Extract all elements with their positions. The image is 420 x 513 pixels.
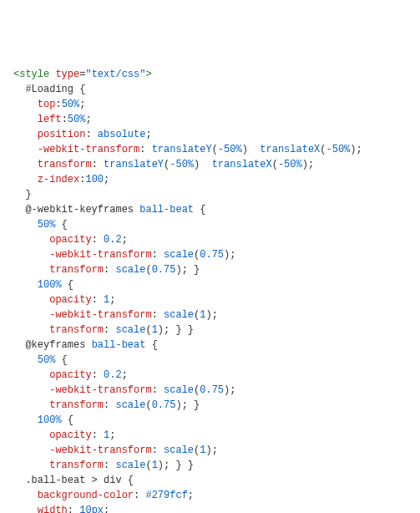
code-line: transform: scale(1); } } xyxy=(13,458,407,473)
token-val: translateX xyxy=(260,144,320,155)
token-punct: ); xyxy=(224,384,235,396)
token-punct xyxy=(13,159,38,170)
code-line: -webkit-transform: scale(0.75); xyxy=(13,383,407,398)
token-punct: ; xyxy=(79,99,85,110)
token-punct: ); xyxy=(302,159,314,170)
token-prop: transform xyxy=(49,399,104,411)
token-punct: ( xyxy=(145,324,151,336)
token-val: 50% xyxy=(68,114,86,125)
code-line: #Loading { xyxy=(13,82,407,97)
token-punct xyxy=(13,384,49,396)
code-line: 50% { xyxy=(13,353,407,368)
token-punct: ( xyxy=(212,144,218,155)
token-prop: width xyxy=(38,505,68,513)
code-line: .ball-beat > div { xyxy=(13,473,407,488)
code-block: <style type="text/css"> #Loading { top:5… xyxy=(13,67,407,513)
token-prop: position xyxy=(38,129,86,140)
token-punct: : xyxy=(104,264,115,276)
token-punct: ); } xyxy=(175,399,200,411)
token-punct: ; xyxy=(109,429,115,441)
token-num: 1 xyxy=(152,324,158,336)
token-punct xyxy=(85,339,91,351)
token-punct xyxy=(13,174,38,185)
token-punct: ) xyxy=(242,144,261,155)
token-punct: : xyxy=(92,234,104,246)
token-punct: ; xyxy=(109,294,115,306)
token-punct xyxy=(13,399,49,411)
token-punct: : xyxy=(104,324,115,336)
token-prop: -webkit-transform xyxy=(49,384,151,396)
token-val: ball-beat xyxy=(92,339,146,351)
code-line: left:50%; xyxy=(13,112,407,127)
token-punct: ; xyxy=(122,369,128,381)
token-pct: 50% xyxy=(38,219,56,231)
code-line: z-index:100; xyxy=(13,172,407,187)
token-punct xyxy=(13,249,49,261)
token-val: ball-beat xyxy=(139,204,194,216)
token-punct: { xyxy=(62,279,73,291)
token-val: absolute xyxy=(98,129,146,140)
token-punct: ); xyxy=(350,144,362,155)
token-prop: -webkit-transform xyxy=(49,444,151,456)
token-val: 10px xyxy=(79,505,104,513)
token-num: -50% xyxy=(218,144,242,155)
code-line: transform: scale(1); } } xyxy=(13,323,407,338)
token-punct xyxy=(13,369,49,381)
token-punct xyxy=(13,490,38,501)
token-punct: : xyxy=(152,309,164,321)
token-prop: transform xyxy=(38,159,92,170)
token-punct: { xyxy=(194,204,205,216)
token-punct: : xyxy=(152,249,164,261)
token-punct xyxy=(13,234,49,246)
token-punct: : xyxy=(152,384,164,396)
token-val: scale xyxy=(164,384,194,396)
token-val: scale xyxy=(115,460,145,471)
token-punct xyxy=(13,505,38,513)
token-punct xyxy=(13,294,49,306)
token-punct: ); xyxy=(205,309,217,321)
token-punct: : xyxy=(134,490,145,501)
token-pct: 50% xyxy=(38,354,56,366)
token-prop: opacity xyxy=(49,234,91,246)
token-punct xyxy=(13,324,49,336)
token-punct: ; xyxy=(104,174,109,185)
token-val: 100 xyxy=(85,174,104,185)
token-punct: ); xyxy=(224,249,235,261)
code-line: -webkit-transform: translateY(-50%) tran… xyxy=(13,142,407,157)
token-punct: { xyxy=(55,219,67,231)
code-line: -webkit-transform: scale(1); xyxy=(13,307,407,323)
code-line: transform: translateY(-50%) translateX(-… xyxy=(13,157,407,172)
token-prop: background-color xyxy=(38,490,134,501)
token-punct: ; xyxy=(188,490,194,501)
token-attr: type xyxy=(55,69,79,80)
token-punct xyxy=(13,279,38,291)
token-val: scale xyxy=(115,264,145,276)
token-punct: : xyxy=(104,460,115,471)
token-punct: : xyxy=(92,159,104,170)
token-prop: z-index xyxy=(38,174,79,185)
token-val: #279fcf xyxy=(145,490,187,501)
token-val: scale xyxy=(115,399,145,411)
token-pct: 100% xyxy=(38,279,62,291)
token-sel: @keyframes xyxy=(25,339,85,351)
token-punct: { xyxy=(145,339,157,351)
token-punct xyxy=(13,339,25,351)
token-punct: { xyxy=(122,475,134,486)
token-punct: ( xyxy=(320,144,326,155)
token-punct: ; xyxy=(85,114,91,125)
token-prop: transform xyxy=(49,324,104,336)
token-punct xyxy=(13,444,49,456)
token-prop: -webkit-transform xyxy=(49,249,151,261)
token-pct: 100% xyxy=(38,414,62,426)
code-line: opacity: 1; xyxy=(13,292,407,307)
token-punct xyxy=(13,475,25,486)
code-line: top:50%; xyxy=(13,97,407,112)
token-punct: ; xyxy=(104,505,109,513)
token-val: 0.2 xyxy=(104,369,122,381)
token-punct: { xyxy=(73,84,85,95)
token-sel: .ball-beat > div xyxy=(25,475,121,486)
code-line: -webkit-transform: scale(0.75); xyxy=(13,247,407,262)
token-prop: opacity xyxy=(49,294,91,306)
token-punct: ); } } xyxy=(158,460,194,471)
token-punct: : xyxy=(85,129,97,140)
